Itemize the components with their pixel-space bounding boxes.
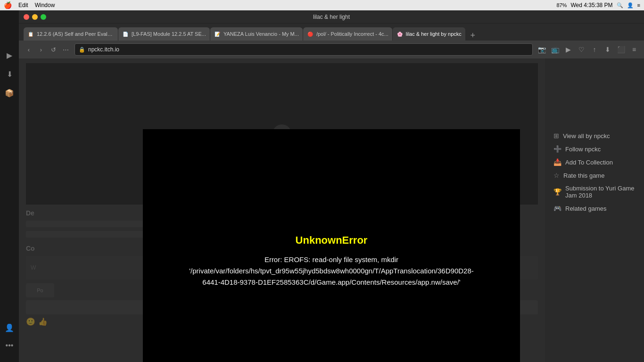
back-button[interactable]: ‹ — [24, 44, 34, 55]
forward-button[interactable]: › — [36, 44, 46, 55]
minimize-button[interactable] — [32, 14, 38, 20]
collection-icon: 📥 — [553, 158, 561, 166]
user-icon[interactable]: 👤 — [627, 2, 634, 8]
address-bar: ‹ › ↺ ⋯ 🔒 npckc.itch.io 📷 📺 ▶ ♡ ↑ ⬇ ⬛ ≡ — [19, 41, 644, 58]
thumbs-up-icon: 👍 — [38, 317, 48, 326]
jam-submission-action[interactable]: 🏆 Submission to Yuri Game Jam 2018 — [550, 182, 639, 202]
browser-window: lilac & her light 📋 12.2.6 (AS) Self and… — [19, 10, 644, 362]
menu-edit[interactable]: Edit — [18, 2, 28, 8]
sidebar-downloads-icon[interactable]: ⬇ — [2, 67, 17, 81]
sidebar-user-icon[interactable]: 👤 — [2, 321, 17, 335]
related-icon: 🎮 — [553, 205, 561, 212]
smiley-icon: 🙂 — [26, 317, 35, 326]
tab-1-favicon: 📋 — [27, 31, 34, 37]
rate-game-label: Rate this game — [563, 172, 604, 179]
menubar: 🍎 Edit Window 87% Wed 4:35:38 PM 🔍 👤 ≡ — [0, 0, 644, 10]
error-dialog: UnknownError Error: EROFS: read-only fil… — [143, 129, 520, 362]
tab-2-favicon: 📄 — [122, 31, 129, 37]
toolbar-right: 📷 📺 ▶ ♡ ↑ ⬇ ⬛ ≡ — [537, 44, 639, 55]
error-line-2: '/private/var/folders/hs/tpvt_dr95w55jhy… — [189, 267, 474, 275]
tab-1-title: 12.2.6 (AS) Self and Peer Evalu... — [37, 31, 114, 37]
hamburger-icon[interactable]: ≡ — [629, 44, 639, 55]
window-controls[interactable] — [24, 14, 46, 20]
apple-menu[interactable]: 🍎 — [4, 1, 12, 9]
person-plus-icon: ➕ — [553, 145, 561, 153]
error-title: UnknownError — [296, 234, 368, 247]
maximize-button[interactable] — [41, 14, 46, 20]
window-titlebar: lilac & her light — [19, 10, 644, 24]
add-to-collection-label: Add To Collection — [565, 159, 613, 166]
tab-1[interactable]: 📋 12.2.6 (AS) Self and Peer Evalu... — [24, 27, 118, 41]
comment-placeholder: W — [31, 264, 36, 271]
battery-indicator: 87% — [556, 2, 567, 8]
page-content: ▶ De Co W Po 🙂 👍 ⊞ View all by npckc — [19, 58, 644, 362]
sidebar-active-icon[interactable]: 📦 — [2, 86, 17, 100]
trophy-icon: 🏆 — [553, 188, 561, 196]
sidebar-bottom-icons: 👤 ••• — [0, 132, 19, 353]
rate-game-action[interactable]: ☆ Rate this game — [550, 169, 639, 182]
error-message: Error: EROFS: read-only file system, mkd… — [189, 254, 474, 288]
menu-window[interactable]: Window — [35, 2, 55, 8]
related-games-label: Related games — [565, 205, 606, 212]
itch-right-sidebar: ⊞ View all by npckc ➕ Follow npckc 📥 Add… — [545, 58, 644, 362]
tab-4-title: /pol/ - Politically Incorrect - 4c... — [316, 31, 388, 37]
tab-3-favicon: 📝 — [214, 31, 221, 37]
tab-bar: 📋 12.2.6 (AS) Self and Peer Evalu... 📄 [… — [19, 24, 644, 41]
tab-2-title: [L9-FAS] Module 12.2.5 AT SE... — [132, 31, 206, 37]
play-icon[interactable]: ▶ — [563, 44, 573, 55]
star-icon: ☆ — [553, 172, 560, 179]
error-line-3: 6441-4D18-9378-D1EF2585363C/d/Game.app/C… — [202, 278, 460, 286]
post-button[interactable]: Po — [26, 283, 54, 297]
sidebar-more-icon[interactable]: ••• — [2, 338, 17, 353]
tab-5-title: lilac & her light by npckc — [406, 31, 462, 37]
share-icon[interactable]: ↑ — [589, 44, 600, 55]
menubar-right: 87% Wed 4:35:38 PM 🔍 👤 ≡ — [556, 2, 640, 8]
address-text: npckc.itch.io — [88, 46, 119, 53]
tab-4[interactable]: 🔴 /pol/ - Politically Incorrect - 4c... — [303, 27, 392, 41]
tab-3-title: YANEZA Luis Venancio - My M... — [223, 31, 299, 37]
lock-icon: 🔒 — [79, 47, 85, 53]
view-all-action[interactable]: ⊞ View all by npckc — [550, 129, 639, 142]
nav-buttons: ‹ › ↺ ⋯ — [24, 44, 71, 55]
tab-view-icon[interactable]: ⬛ — [616, 44, 626, 55]
screen-icon[interactable]: 📺 — [550, 44, 560, 55]
download-icon[interactable]: ⬇ — [603, 44, 613, 55]
view-all-label: View all by npckc — [563, 132, 610, 140]
sidebar-home-icon[interactable]: ▶ — [2, 48, 17, 62]
search-icon[interactable]: 🔍 — [617, 2, 623, 8]
follow-action[interactable]: ➕ Follow npckc — [550, 142, 639, 156]
tab-5-active[interactable]: 🌸 lilac & her light by npckc — [393, 27, 465, 41]
camera-icon[interactable]: 📷 — [537, 44, 547, 55]
tab-3[interactable]: 📝 YANEZA Luis Venancio - My M... — [210, 27, 303, 41]
related-games-action[interactable]: 🎮 Related games — [550, 202, 639, 215]
heart-icon[interactable]: ♡ — [576, 44, 586, 55]
grid-icon: ⊞ — [553, 132, 559, 140]
app-sidebar: ▶ ⬇ 📦 👤 ••• — [0, 10, 19, 362]
error-line-1: Error: EROFS: read-only file system, mkd… — [264, 255, 398, 263]
menubar-left: 🍎 Edit Window — [4, 1, 55, 9]
tab-4-favicon: 🔴 — [307, 31, 314, 37]
new-tab-button[interactable]: + — [468, 30, 478, 41]
follow-label: Follow npckc — [565, 146, 601, 153]
menu-icon[interactable]: ≡ — [637, 2, 640, 8]
clock: Wed 4:35:38 PM — [570, 2, 612, 8]
close-button[interactable] — [24, 14, 29, 20]
window-title: lilac & her light — [313, 14, 350, 20]
reload-button[interactable]: ↺ — [48, 44, 58, 55]
more-button[interactable]: ⋯ — [60, 44, 71, 55]
add-to-collection-action[interactable]: 📥 Add To Collection — [550, 156, 639, 169]
address-input[interactable]: 🔒 npckc.itch.io — [74, 43, 533, 56]
tab-2[interactable]: 📄 [L9-FAS] Module 12.2.5 AT SE... — [118, 27, 210, 41]
tab-5-favicon: 🌸 — [396, 31, 403, 37]
jam-submission-label: Submission to Yuri Game Jam 2018 — [565, 185, 636, 199]
